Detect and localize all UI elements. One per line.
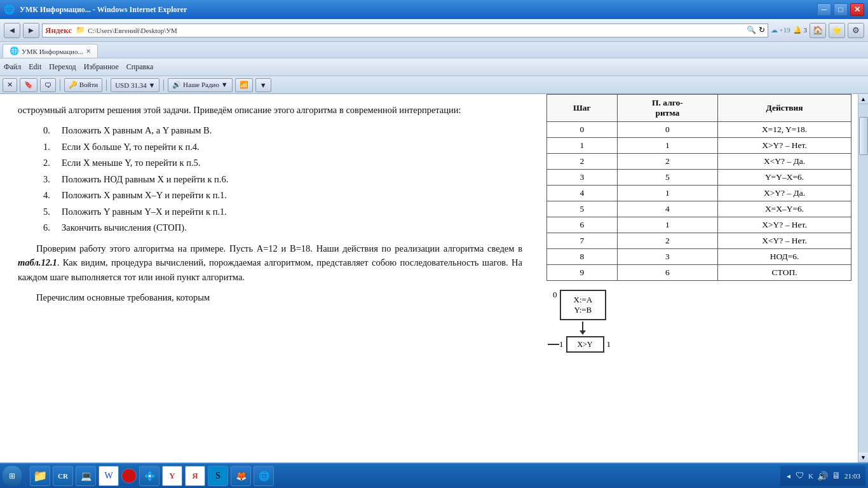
table-row: 11X>Y? – Нет. (547, 138, 851, 154)
tray-speaker[interactable]: 🔊 (817, 471, 828, 482)
table-cell: 7 (547, 233, 618, 249)
table-cell: 3 (547, 170, 618, 186)
taskbar-icon-monitor[interactable]: 💻 (76, 466, 96, 486)
dropdown-btn[interactable]: ▼ (255, 78, 271, 92)
system-tray: ◄ 🛡 K 🔊 🖥 21:03 (780, 466, 865, 486)
flowchart: 0 X:=AY:=B 1 (546, 290, 851, 353)
table-ref: табл.12.1 (18, 257, 57, 268)
table-cell: X=X–Y=6. (718, 201, 851, 217)
table-cell: X=12, Y=18. (718, 122, 851, 138)
flowchart-node1-label: 1 (559, 339, 564, 349)
tab-close-button[interactable]: ✕ (86, 48, 91, 55)
table-cell: X>Y? – Да. (718, 186, 851, 201)
list-item: 6. Закончить вычисления (СТОП). (43, 220, 522, 234)
home-button[interactable]: 🏠 (810, 23, 826, 38)
main-content: остроумный алгоритм решения этой задачи.… (0, 94, 868, 463)
taskbar-icon-firefox[interactable]: 🦊 (231, 466, 251, 486)
scroll-up-button[interactable]: ▲ (858, 94, 869, 104)
menu-help[interactable]: Справка (126, 62, 153, 72)
taskbar-icon-word[interactable]: W (98, 466, 119, 486)
scrollbar[interactable]: ▲ ▼ (858, 94, 868, 463)
tray-show-hidden[interactable]: ◄ (785, 473, 792, 480)
taskbar-icon-skype[interactable]: S (208, 466, 228, 486)
table-row: 61X>Y? – Нет. (547, 217, 851, 233)
flowchart-node0-label: 0 (553, 290, 557, 300)
table-cell: 6 (617, 265, 717, 281)
col-header-algo: П. алго-ритма (617, 95, 717, 122)
start-button[interactable]: ⊞ (3, 466, 22, 486)
forward-button[interactable]: ► (23, 23, 39, 38)
taskbar-icon-cr[interactable]: CR (53, 466, 73, 486)
window-titlebar: 🌐 УМК Информацио... - Windows Internet E… (0, 0, 868, 19)
login-btn[interactable]: 🔑 Войти (64, 78, 102, 92)
taskbar-icon-folder[interactable]: 📁 (30, 466, 50, 486)
table-cell: 6 (547, 217, 618, 233)
toolbar-separator-2 (106, 79, 107, 91)
col-header-step: Шаг (547, 95, 618, 122)
table-cell: 1 (617, 138, 717, 154)
menu-items: Файл Edit Переход Избранное Справка (4, 62, 153, 72)
table-cell: X<Y? – Да. (718, 154, 851, 170)
table-row: 83НОД=6. (547, 249, 851, 265)
table-cell: X<Y? – Нет. (718, 233, 851, 249)
table-cell: СТОП. (718, 265, 851, 281)
table-cell: 1 (617, 217, 717, 233)
tab-bar: 🌐 УМК Информацио... ✕ (0, 42, 868, 58)
menu-edit[interactable]: Edit (29, 62, 41, 72)
intro-paragraph: остроумный алгоритм решения этой задачи.… (18, 103, 522, 117)
yandex-logo: Яндекс (45, 25, 72, 36)
taskbar-icon-yandex[interactable]: Y (162, 466, 182, 486)
taskbar-icon-yandex2[interactable]: Я (185, 466, 205, 486)
menubar: Файл Edit Переход Избранное Справка (0, 58, 868, 76)
scroll-down-button[interactable]: ▼ (858, 452, 869, 463)
usd-btn[interactable]: USD 31.34 ▼ (111, 78, 159, 92)
maximize-button[interactable]: □ (834, 3, 848, 16)
comment-btn[interactable]: 🗨 (40, 78, 56, 92)
taskbar-icon-red[interactable] (121, 468, 137, 484)
text-panel: остроумный алгоритм решения этой задачи.… (0, 94, 540, 463)
list-item: 2. Если X меньше Y, то перейти к п.5. (43, 156, 522, 170)
tray-network-icon[interactable]: 🖥 (832, 471, 841, 481)
tab-umk[interactable]: 🌐 УМК Информацио... ✕ (3, 44, 98, 58)
search-icon: 🔍 (747, 25, 756, 35)
menu-go[interactable]: Переход (49, 62, 76, 72)
table-row: 00X=12, Y=18. (547, 122, 851, 138)
taskbar-separator (25, 466, 26, 485)
table-cell: X>Y? – Нет. (718, 217, 851, 233)
col-header-actions: Действия (718, 95, 851, 122)
taskbar-icon-ie[interactable]: 🌐 (254, 466, 274, 486)
bookmark-btn[interactable]: 🔖 (20, 78, 37, 92)
table-cell: Y=Y–X=6. (718, 170, 851, 186)
table-cell: 0 (617, 122, 717, 138)
menu-file[interactable]: Файл (4, 62, 21, 72)
table-row: 54X=X–Y=6. (547, 201, 851, 217)
address-bar[interactable]: Яндекс 📁 C:\Users\Евгений\Desktop\УМ 🔍 ↻ (42, 24, 768, 37)
close-toolbar-btn[interactable]: ✕ (3, 78, 17, 92)
favorites-button[interactable]: ⭐ (829, 23, 845, 38)
signal-btn[interactable]: 📶 (235, 78, 253, 92)
table-row: 35Y=Y–X=6. (547, 170, 851, 186)
scroll-track (858, 104, 869, 452)
table-cell: 9 (547, 265, 618, 281)
table-row: 41X>Y? – Да. (547, 186, 851, 201)
address-favicon: 📁 (76, 25, 85, 35)
taskbar-icon-diamond[interactable]: 💠 (139, 466, 159, 486)
settings-button[interactable]: ⚙ (848, 23, 864, 38)
scroll-thumb[interactable] (859, 117, 868, 155)
back-button[interactable]: ◄ (4, 23, 20, 38)
table-cell: 2 (617, 154, 717, 170)
table-cell: 5 (547, 201, 618, 217)
radio-btn[interactable]: 🔊 Наше Радио ▼ (168, 78, 232, 92)
table-cell: X>Y? – Нет. (718, 138, 851, 154)
table-cell: 2 (547, 154, 618, 170)
taskbar: ⊞ 📁 CR 💻 W 💠 Y Я S 🦊 🌐 ◄ 🛡 K 🔊 🖥 21:03 (0, 463, 868, 488)
table-cell: НОД=6. (718, 249, 851, 265)
notification-icon: 🔔 3 (793, 26, 807, 34)
menu-favorites[interactable]: Избранное (84, 62, 119, 72)
refresh-icon[interactable]: ↻ (759, 25, 765, 35)
table-cell: 2 (617, 233, 717, 249)
minimize-button[interactable]: ─ (817, 3, 831, 16)
window-title: УМК Информацио... - Windows Internet Exp… (20, 5, 815, 15)
requirements-paragraph: Перечислим основные требования, которым (18, 290, 522, 304)
close-button[interactable]: ✕ (850, 3, 864, 16)
